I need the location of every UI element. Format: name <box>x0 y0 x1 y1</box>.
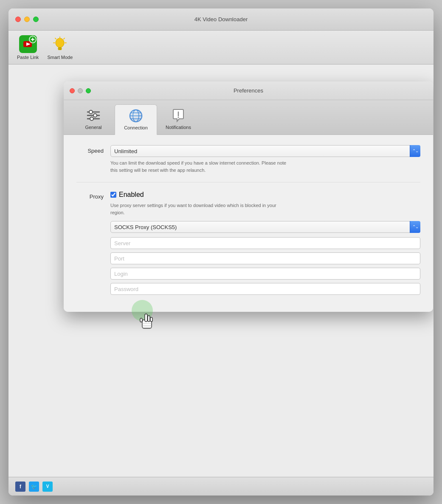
proxy-hint: Use proxy server settings if you want to… <box>110 202 420 216</box>
app-minimize-button[interactable] <box>24 17 30 22</box>
svg-point-28 <box>178 117 179 118</box>
prefs-maximize-button[interactable] <box>86 88 91 93</box>
login-input[interactable] <box>110 268 420 280</box>
svg-rect-32 <box>150 317 152 322</box>
prefs-close-button[interactable] <box>70 88 75 93</box>
svg-rect-31 <box>148 316 150 322</box>
speed-hint: You can limit the download speed if you … <box>110 160 420 174</box>
proxy-enabled-checkbox[interactable] <box>110 192 116 198</box>
prefs-minimize-button[interactable] <box>78 88 83 93</box>
proxy-row: Proxy Enabled Use proxy server settings … <box>76 191 420 295</box>
app-title: 4K Video Downloader <box>194 16 248 22</box>
svg-point-20 <box>90 117 93 120</box>
svg-rect-8 <box>58 48 62 49</box>
proxy-checkbox-row: Enabled <box>110 191 420 199</box>
proxy-label: Proxy <box>76 191 110 200</box>
prefs-title: Preferences <box>234 87 263 94</box>
speed-select[interactable]: Unlimited 128 KB/s 256 KB/s 512 KB/s 1 M… <box>110 145 420 157</box>
svg-rect-9 <box>58 49 62 50</box>
prefs-title-bar: Preferences <box>64 81 433 100</box>
prefs-traffic-lights <box>70 88 91 93</box>
notifications-icon <box>171 108 186 123</box>
svg-rect-30 <box>145 314 147 322</box>
tab-notifications[interactable]: Notifications <box>157 104 200 134</box>
speed-label: Speed <box>76 145 110 154</box>
main-content: Preferences <box>8 64 434 477</box>
app-toolbar: Paste Link Smart Mode <box>8 31 434 64</box>
speed-control-group: Unlimited 128 KB/s 256 KB/s 512 KB/s 1 M… <box>110 145 420 174</box>
svg-line-11 <box>55 38 56 39</box>
svg-point-18 <box>93 114 97 117</box>
tab-connection-label: Connection <box>124 125 148 130</box>
svg-rect-29 <box>142 320 152 328</box>
proxy-enabled-label: Enabled <box>119 191 144 199</box>
proxy-type-select-wrapper: SOCKS Proxy (SOCKS5) HTTP Proxy HTTPS Pr… <box>110 221 420 233</box>
svg-rect-7 <box>58 47 62 48</box>
svg-line-12 <box>64 38 65 39</box>
app-footer: f 🐦 V <box>8 477 434 496</box>
smart-mode-button[interactable]: Smart Mode <box>47 35 73 60</box>
server-input[interactable] <box>110 237 420 249</box>
tab-general-label: General <box>85 125 101 130</box>
proxy-type-select[interactable]: SOCKS Proxy (SOCKS5) HTTP Proxy HTTPS Pr… <box>110 221 420 233</box>
general-icon <box>86 108 101 123</box>
vimeo-icon[interactable]: V <box>42 482 53 492</box>
svg-point-26 <box>129 109 143 123</box>
prefs-tabs: General <box>64 100 433 135</box>
paste-link-label: Paste Link <box>17 55 39 60</box>
app-title-bar: 4K Video Downloader <box>8 8 434 31</box>
port-input[interactable] <box>110 252 420 264</box>
svg-point-16 <box>89 110 93 114</box>
twitter-icon[interactable]: 🐦 <box>29 482 39 492</box>
smart-mode-label: Smart Mode <box>47 55 73 60</box>
paste-link-button[interactable]: Paste Link <box>17 35 39 60</box>
password-input[interactable] <box>110 283 420 295</box>
speed-row: Speed Unlimited 128 KB/s 256 KB/s 512 KB… <box>76 145 420 182</box>
svg-point-6 <box>56 38 64 48</box>
smart-mode-icon <box>51 35 69 53</box>
prefs-content: Speed Unlimited 128 KB/s 256 KB/s 512 KB… <box>64 135 433 312</box>
preferences-dialog: Preferences <box>64 81 433 312</box>
app-traffic-lights <box>15 17 39 22</box>
svg-rect-33 <box>140 318 142 322</box>
app-window: 4K Video Downloader Paste Link <box>8 8 434 496</box>
connection-icon <box>128 108 144 123</box>
tab-general[interactable]: General <box>72 104 115 134</box>
app-close-button[interactable] <box>15 17 21 22</box>
paste-link-icon <box>19 35 37 53</box>
tab-connection[interactable]: Connection <box>115 104 157 135</box>
facebook-icon[interactable]: f <box>15 482 25 492</box>
proxy-control-group: Enabled Use proxy server settings if you… <box>110 191 420 295</box>
app-maximize-button[interactable] <box>33 17 39 22</box>
speed-select-wrapper: Unlimited 128 KB/s 256 KB/s 512 KB/s 1 M… <box>110 145 420 157</box>
tab-notifications-label: Notifications <box>166 125 191 130</box>
